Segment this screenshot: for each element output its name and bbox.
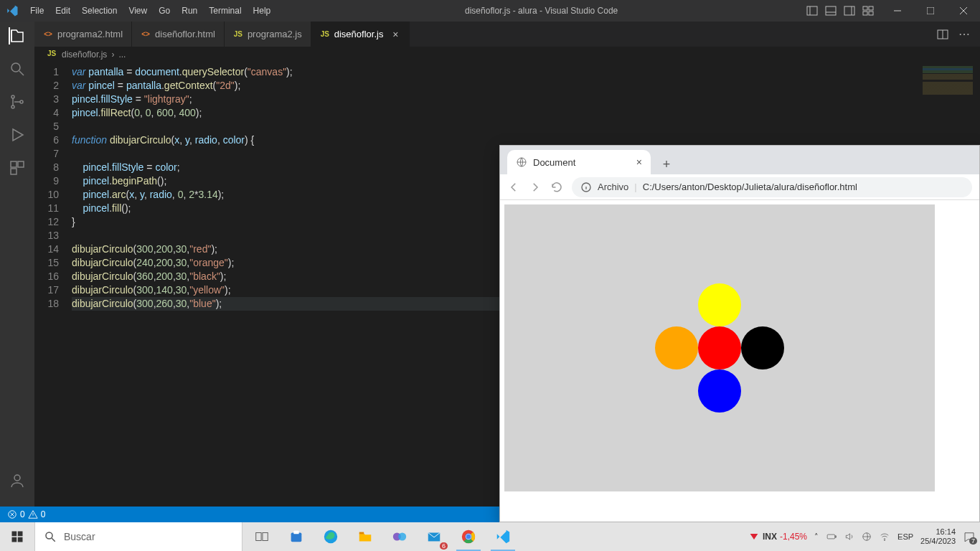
toggle-panel-left-icon[interactable] (806, 5, 818, 17)
menu-view[interactable]: View (123, 0, 153, 22)
window-close-button[interactable] (947, 0, 980, 22)
svg-rect-4 (844, 6, 854, 15)
menu-edit[interactable]: Edit (50, 0, 76, 22)
stock-down-icon (748, 531, 760, 542)
menu-run[interactable]: Run (176, 0, 203, 22)
tab-programa2-js[interactable]: JS programa2.js (225, 22, 311, 47)
svg-rect-42 (291, 533, 302, 542)
more-actions-icon[interactable]: ⋯ (958, 27, 970, 41)
canvas-output (504, 204, 935, 491)
circle-red (698, 326, 741, 369)
browser-back-button[interactable] (507, 181, 520, 194)
error-count: 0 (20, 509, 25, 519)
svg-rect-6 (863, 6, 867, 10)
tab-programa2-html[interactable]: <> programa2.html (34, 22, 132, 47)
minimap[interactable] (923, 66, 973, 95)
mail-badge: 6 (440, 542, 448, 550)
menu-terminal[interactable]: Terminal (203, 0, 247, 22)
menu-go[interactable]: Go (153, 0, 176, 22)
browser-reload-button[interactable] (550, 181, 563, 194)
js-file-icon: JS (47, 50, 57, 60)
breadcrumb[interactable]: JS diseñoflor.js › ... (34, 47, 980, 62)
activity-bar (0, 22, 34, 522)
svg-point-18 (20, 100, 23, 103)
svg-point-38 (46, 532, 52, 539)
taskbar-app-vscode[interactable] (486, 522, 519, 551)
toggle-panel-bottom-icon[interactable] (825, 5, 837, 17)
volume-icon[interactable] (844, 532, 854, 542)
browser-tab-title: Document (533, 157, 575, 168)
wifi-icon[interactable] (879, 532, 890, 542)
system-tray: INX -1,45% ˄ ESP 16:14 25/4/2023 7 (748, 527, 980, 546)
svg-point-54 (466, 534, 471, 539)
customize-layout-icon[interactable] (862, 5, 874, 17)
network-icon[interactable] (862, 532, 872, 542)
circle-blue (698, 369, 741, 413)
svg-rect-7 (869, 6, 873, 10)
js-file-icon: JS (320, 29, 330, 39)
layout-controls (806, 5, 881, 17)
browser-tab[interactable]: Document × (507, 150, 651, 174)
browser-toolbar: Archivo | C:/Users/anton/Desktop/Julieta… (500, 174, 979, 200)
tray-notifications[interactable]: 7 (963, 530, 976, 543)
vscode-titlebar: File Edit Selection View Go Run Terminal… (0, 0, 980, 22)
taskbar-app-edge[interactable] (314, 522, 347, 551)
taskbar-search[interactable]: Buscar (34, 522, 242, 551)
svg-point-17 (11, 105, 14, 108)
svg-point-22 (14, 475, 20, 481)
tray-chevron-up-icon[interactable]: ˄ (814, 532, 819, 542)
stock-change: -1,45% (780, 532, 807, 542)
battery-icon[interactable] (826, 532, 837, 542)
menu-help[interactable]: Help (248, 0, 277, 22)
menu-bar: File Edit Selection View Go Run Terminal… (24, 0, 276, 22)
tab-disenoflor-html[interactable]: <> diseñoflor.html (132, 22, 225, 47)
tray-language[interactable]: ESP (897, 532, 913, 541)
tray-clock[interactable]: 16:14 25/4/2023 (920, 527, 956, 546)
tab-disenoflor-js[interactable]: JS diseñoflor.js × (311, 22, 410, 47)
taskbar-apps: 6 (242, 522, 519, 551)
tab-close-button[interactable]: × (390, 29, 400, 40)
stock-widget[interactable]: INX -1,45% (748, 531, 807, 542)
vscode-logo-icon (0, 4, 24, 17)
svg-rect-2 (826, 6, 836, 15)
menu-selection[interactable]: Selection (76, 0, 123, 22)
taskbar-app-store[interactable] (280, 522, 313, 551)
browser-new-tab-button[interactable]: + (656, 154, 677, 174)
notification-badge: 7 (969, 537, 977, 545)
taskbar-app-chrome[interactable] (452, 522, 485, 551)
stock-label: INX (763, 532, 777, 542)
activity-explorer[interactable] (9, 27, 26, 44)
window-maximize-button[interactable] (914, 0, 947, 22)
activity-search[interactable] (9, 60, 26, 77)
tab-label: programa2.js (248, 29, 302, 39)
activity-accounts[interactable] (9, 472, 26, 489)
svg-line-39 (52, 538, 55, 542)
status-problems[interactable]: 0 0 (7, 509, 45, 519)
tab-label: diseñoflor.html (155, 29, 215, 39)
task-view-button[interactable] (245, 522, 278, 551)
svg-rect-0 (807, 6, 817, 15)
svg-rect-8 (863, 11, 867, 15)
taskbar-app-copilot[interactable] (383, 522, 416, 551)
split-editor-icon[interactable] (937, 29, 948, 40)
taskbar-app-mail[interactable]: 6 (418, 522, 451, 551)
start-button[interactable] (0, 522, 34, 551)
window-title: diseñoflor.js - alura - Visual Studio Co… (276, 6, 806, 16)
chrome-browser-window: Document × + Archivo | C:/Users/anton/De… (499, 145, 980, 522)
activity-extensions[interactable] (9, 159, 26, 176)
svg-rect-37 (18, 537, 23, 542)
menu-file[interactable]: File (24, 0, 50, 22)
activity-run-debug[interactable] (9, 126, 26, 143)
svg-rect-21 (11, 169, 17, 174)
tray-time: 16:14 (920, 527, 956, 537)
taskbar-app-explorer[interactable] (349, 522, 382, 551)
svg-rect-35 (18, 532, 23, 537)
browser-forward-button[interactable] (529, 181, 542, 194)
browser-address-bar[interactable]: Archivo | C:/Users/anton/Desktop/Julieta… (572, 177, 972, 197)
toggle-panel-right-icon[interactable] (844, 5, 855, 17)
activity-source-control[interactable] (9, 93, 26, 110)
windows-taskbar: Buscar 6 INX -1,45% ˄ ESP 16:14 25/4/202… (0, 522, 980, 551)
browser-tab-close-button[interactable]: × (636, 156, 642, 168)
search-placeholder: Buscar (64, 531, 95, 542)
window-minimize-button[interactable] (881, 0, 914, 22)
